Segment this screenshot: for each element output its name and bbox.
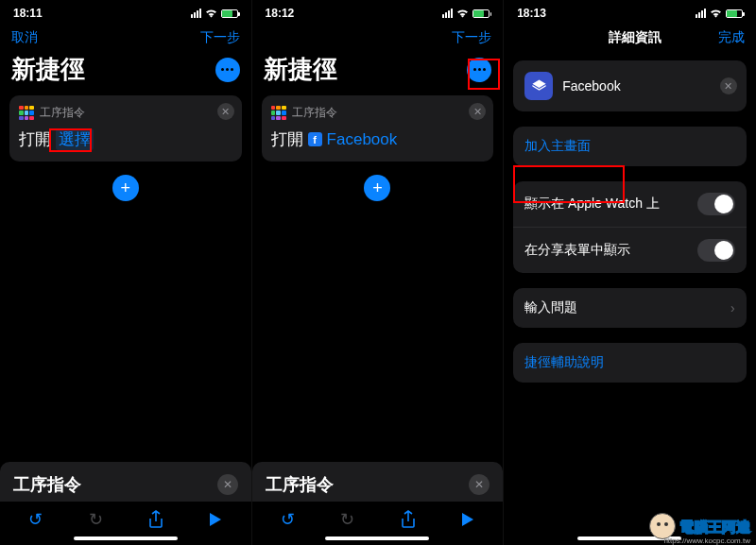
more-button[interactable] — [467, 58, 491, 82]
title-row: 新捷徑 — [252, 51, 504, 95]
more-button[interactable] — [215, 58, 240, 82]
undo-button[interactable]: ↺ — [28, 509, 43, 530]
shortcut-name[interactable]: Facebook — [562, 78, 620, 94]
help-row[interactable]: 捷徑輔助說明 — [513, 343, 747, 383]
page-title: 新捷徑 — [264, 53, 337, 86]
cancel-button[interactable]: 取消 — [11, 29, 38, 46]
action-card[interactable]: 工序指令 ✕ 打開 f Facebook — [262, 95, 494, 162]
search-bar[interactable]: 工序指令 ✕ — [252, 462, 504, 502]
next-button[interactable]: 下一步 — [200, 29, 240, 46]
input-question-row[interactable]: 輸入問題 › — [513, 288, 747, 328]
status-time: 18:13 — [517, 7, 546, 20]
watermark-face-icon — [649, 513, 676, 539]
signal-icon — [442, 9, 453, 18]
page-title: 新捷徑 — [11, 53, 85, 86]
add-action-button[interactable]: + — [364, 175, 390, 201]
ellipsis-icon — [473, 68, 486, 71]
app-token[interactable]: Facebook — [327, 130, 398, 149]
share-sheet-toggle[interactable] — [697, 239, 735, 262]
status-bar: 18:11 — [0, 0, 251, 23]
toolbar: ↺ ↻ — [252, 502, 504, 534]
play-button[interactable] — [461, 512, 474, 527]
ellipsis-icon — [221, 68, 233, 71]
search-title: 工序指令 — [266, 473, 334, 496]
settings-group-2: 顯示在 Apple Watch 上 在分享表單中顯示 — [513, 181, 747, 273]
action-card[interactable]: 工序指令 ✕ 打開 選擇 — [9, 95, 242, 162]
status-time: 18:11 — [13, 7, 43, 20]
next-button[interactable]: 下一步 — [452, 29, 491, 46]
add-to-home-label: 加入主畫面 — [524, 138, 591, 155]
wifi-icon — [205, 9, 217, 18]
status-icons — [191, 9, 238, 18]
card-close-button[interactable]: ✕ — [217, 103, 234, 120]
status-icons — [696, 9, 743, 18]
toolbar: ↺ ↻ — [0, 502, 251, 534]
apple-watch-toggle[interactable] — [697, 193, 735, 215]
done-button[interactable]: 完成 — [718, 29, 745, 46]
home-indicator[interactable] — [74, 536, 178, 540]
card-label: 工序指令 — [40, 105, 85, 121]
title-row: 新捷徑 — [0, 51, 251, 95]
redo-button: ↻ — [89, 509, 103, 530]
action-verb: 打開 — [19, 128, 51, 150]
layers-icon — [531, 78, 547, 94]
share-button[interactable] — [148, 510, 163, 529]
status-icons — [442, 9, 490, 18]
apple-watch-row: 顯示在 Apple Watch 上 — [513, 181, 747, 228]
settings-group-4: 捷徑輔助說明 — [513, 343, 747, 383]
play-button[interactable] — [209, 512, 222, 527]
redo-button: ↻ — [340, 509, 354, 530]
action-verb: 打開 — [271, 128, 303, 150]
battery-icon — [472, 9, 490, 18]
select-token[interactable]: 選擇 — [56, 128, 94, 150]
share-sheet-label: 在分享表單中顯示 — [524, 242, 630, 259]
clear-name-button[interactable]: ✕ — [720, 77, 737, 94]
nav-bar: 詳細資訊 完成 — [504, 23, 756, 51]
nav-title: 詳細資訊 — [609, 29, 662, 46]
watermark: 電腦王阿達 — [649, 513, 750, 539]
search-clear-button[interactable]: ✕ — [217, 474, 238, 495]
apps-icon — [271, 106, 286, 121]
signal-icon — [696, 9, 706, 18]
settings-group-1: 加入主畫面 — [513, 127, 747, 166]
add-to-home-row[interactable]: 加入主畫面 — [513, 127, 747, 166]
pane-3: 18:13 詳細資訊 完成 Facebook ✕ 加入主畫面 — [504, 0, 756, 545]
pane-2: 18:12 下一步 新捷徑 工序指令 ✕ 打開 f Facebook — [252, 0, 505, 545]
signal-icon — [191, 9, 201, 18]
apps-icon — [19, 106, 34, 121]
apple-watch-label: 顯示在 Apple Watch 上 — [524, 196, 660, 213]
status-bar: 18:12 — [252, 0, 504, 23]
pane-1: 18:11 取消 下一步 新捷徑 工序指令 ✕ 打開 選擇 — [0, 0, 252, 545]
wifi-icon — [710, 9, 722, 18]
status-bar: 18:13 — [504, 0, 756, 23]
help-label: 捷徑輔助說明 — [524, 354, 604, 371]
settings-group-3: 輸入問題 › — [513, 288, 747, 328]
shortcut-icon[interactable] — [524, 72, 553, 100]
nav-bar: 取消 下一步 — [0, 23, 251, 51]
wifi-icon — [456, 9, 469, 18]
home-indicator[interactable] — [325, 536, 429, 540]
battery-icon — [726, 9, 743, 18]
chevron-right-icon: › — [730, 300, 735, 315]
battery-icon — [221, 9, 238, 18]
status-time: 18:12 — [266, 7, 295, 20]
card-label: 工序指令 — [292, 105, 337, 121]
search-bar[interactable]: 工序指令 ✕ — [0, 462, 251, 502]
undo-button[interactable]: ↺ — [281, 509, 295, 530]
shortcut-tile[interactable]: Facebook ✕ — [513, 60, 747, 111]
share-sheet-row: 在分享表單中顯示 — [513, 228, 747, 273]
watermark-text: 電腦王阿達 — [679, 519, 750, 534]
add-action-button[interactable]: + — [112, 175, 139, 201]
share-button[interactable] — [401, 510, 416, 529]
input-question-label: 輸入問題 — [524, 299, 577, 316]
search-clear-button[interactable]: ✕ — [469, 474, 490, 495]
nav-bar: 下一步 — [252, 23, 504, 51]
facebook-icon: f — [308, 132, 322, 146]
search-title: 工序指令 — [13, 473, 81, 496]
